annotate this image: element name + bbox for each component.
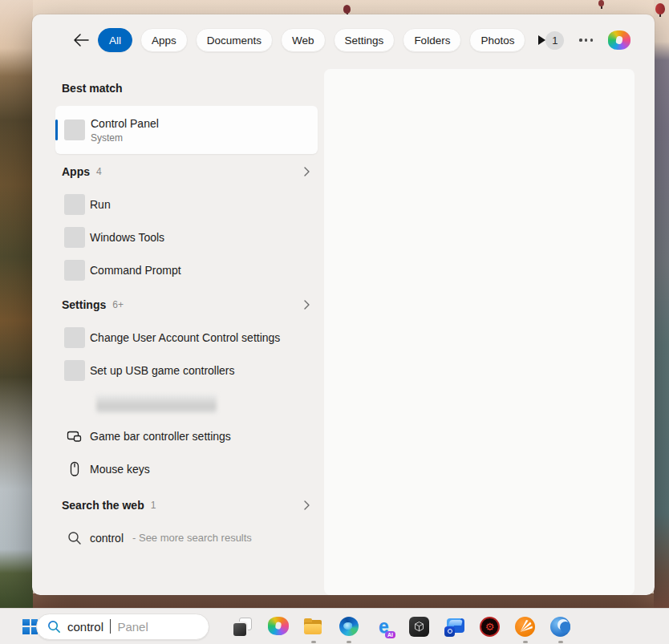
result-subtitle: System xyxy=(91,132,159,144)
copilot-icon[interactable] xyxy=(608,30,630,50)
web-query-note: - See more search results xyxy=(132,532,252,544)
result-label: Run xyxy=(90,198,111,211)
apps-section-heading[interactable]: Apps 4 xyxy=(62,164,310,180)
app-icon-placeholder xyxy=(64,260,85,281)
wallpaper-right-edge xyxy=(654,0,669,610)
outlook-fold xyxy=(448,620,463,626)
search-filter-bar: All Apps Documents Web Settings Folders … xyxy=(32,14,655,61)
tab-photos[interactable]: Photos xyxy=(469,28,525,52)
cube-glyph xyxy=(409,617,429,637)
chevron-right-icon[interactable] xyxy=(303,299,310,310)
blue-swirl-glyph xyxy=(550,617,570,637)
windows-search-flyout: All Apps Documents Web Settings Folders … xyxy=(32,14,655,595)
result-label: Windows Tools xyxy=(90,231,164,244)
selection-accent-bar xyxy=(55,119,58,140)
tab-settings[interactable]: Settings xyxy=(334,28,395,52)
search-icon xyxy=(64,528,85,549)
red-gear-glyph: ⚙ xyxy=(480,617,500,637)
folder-front xyxy=(304,624,322,634)
result-web-search-control[interactable]: control - See more search results xyxy=(32,521,324,554)
web-heading-label: Search the web xyxy=(62,499,144,512)
apps-count: 4 xyxy=(96,166,102,177)
desktop: All Apps Documents Web Settings Folders … xyxy=(0,0,669,644)
search-icon xyxy=(47,620,61,634)
file-explorer-icon[interactable] xyxy=(303,617,323,637)
mouse-icon xyxy=(64,459,85,480)
more-tabs-arrow-icon[interactable] xyxy=(538,35,545,45)
chevron-right-icon[interactable] xyxy=(303,166,310,177)
tab-all[interactable]: All xyxy=(98,28,132,52)
web-section-heading[interactable]: Search the web 1 xyxy=(62,497,310,513)
outlook-o-badge xyxy=(444,626,455,637)
result-run[interactable]: Run xyxy=(32,188,324,221)
game-bar-icon xyxy=(64,426,85,447)
redacted-blur xyxy=(96,394,217,413)
topbar-actions: 1 xyxy=(545,30,630,50)
best-match-result-control-panel[interactable]: Control Panel System xyxy=(55,106,318,154)
ellipsis-icon[interactable] xyxy=(579,38,593,41)
search-results-list: Best match Control Panel System Apps 4 xyxy=(32,60,324,554)
avast-antivirus-icon[interactable] xyxy=(515,617,535,637)
settings-icon-placeholder xyxy=(64,327,85,348)
outlook-icon[interactable] xyxy=(444,617,464,637)
best-match-text: Control Panel System xyxy=(91,117,159,144)
app-icon-placeholder xyxy=(64,119,85,140)
app-icon-placeholder xyxy=(64,227,85,248)
copilot-icon xyxy=(268,617,289,635)
web-count: 1 xyxy=(151,500,156,511)
result-windows-tools[interactable]: Windows Tools xyxy=(32,221,324,253)
copilot-taskbar-icon[interactable] xyxy=(268,617,288,637)
blue-swirl-app-icon[interactable] xyxy=(550,617,570,637)
result-mouse-keys[interactable]: Mouse keys xyxy=(32,452,324,485)
notification-badge[interactable]: 1 xyxy=(545,31,564,50)
result-title: Control Panel xyxy=(91,117,159,130)
apps-heading-label: Apps xyxy=(62,165,90,178)
settings-heading-label: Settings xyxy=(62,298,106,311)
back-arrow-icon xyxy=(73,34,89,47)
taskbar: controlPanel e AI xyxy=(0,608,669,644)
folder-tab xyxy=(304,618,312,622)
red-utility-app-icon[interactable]: ⚙ xyxy=(480,617,500,637)
tab-documents[interactable]: Documents xyxy=(196,28,273,52)
settings-rows: Change User Account Control settings Set… xyxy=(32,321,324,485)
task-view-front-square xyxy=(233,623,246,636)
result-usb-game-controllers[interactable]: Set up USB game controllers xyxy=(32,354,324,387)
result-label: Command Prompt xyxy=(90,264,181,277)
result-label: Change User Account Control settings xyxy=(90,331,280,344)
back-button[interactable] xyxy=(71,30,91,51)
result-label: Mouse keys xyxy=(90,463,150,476)
taskbar-search-suggestion-text: Panel xyxy=(117,620,148,634)
preview-panel xyxy=(324,69,635,595)
taskbar-search-typed-text: control xyxy=(67,620,103,634)
settings-count: 6+ xyxy=(112,299,124,310)
tab-folders[interactable]: Folders xyxy=(403,28,461,52)
settings-section-heading[interactable]: Settings 6+ xyxy=(62,297,310,313)
tab-web[interactable]: Web xyxy=(281,28,326,52)
best-match-heading-label: Best match xyxy=(62,82,122,95)
filter-tabs: All Apps Documents Web Settings Folders … xyxy=(98,28,525,52)
result-command-prompt[interactable]: Command Prompt xyxy=(32,253,324,286)
taskbar-search-input[interactable]: controlPanel xyxy=(36,614,209,640)
web-rows: control - See more search results xyxy=(32,521,324,554)
edge-swirl xyxy=(339,617,359,636)
chevron-right-icon[interactable] xyxy=(303,500,310,511)
edge-browser-icon[interactable] xyxy=(339,617,359,637)
ai-badge: AI xyxy=(385,631,395,638)
wallpaper-ground xyxy=(0,593,669,610)
text-cursor xyxy=(110,619,111,634)
tab-apps[interactable]: Apps xyxy=(140,28,188,52)
result-label: Game bar controller settings xyxy=(90,430,231,443)
hot-air-balloon xyxy=(655,3,665,14)
web-query: control xyxy=(90,532,124,545)
cube-3d-app-icon[interactable] xyxy=(409,617,429,637)
hot-air-balloon xyxy=(598,0,604,6)
best-match-heading: Best match xyxy=(62,80,310,96)
wallpaper-left-edge xyxy=(0,0,33,610)
taskbar-app-icons: e AI ⚙ xyxy=(233,617,570,637)
edge-ai-icon[interactable]: e AI xyxy=(374,617,394,637)
result-uac-settings[interactable]: Change User Account Control settings xyxy=(32,321,324,354)
result-redacted[interactable] xyxy=(32,387,324,419)
task-view-icon[interactable] xyxy=(233,617,253,637)
result-game-bar-controller-settings[interactable]: Game bar controller settings xyxy=(32,419,324,452)
app-icon-placeholder xyxy=(64,194,85,215)
